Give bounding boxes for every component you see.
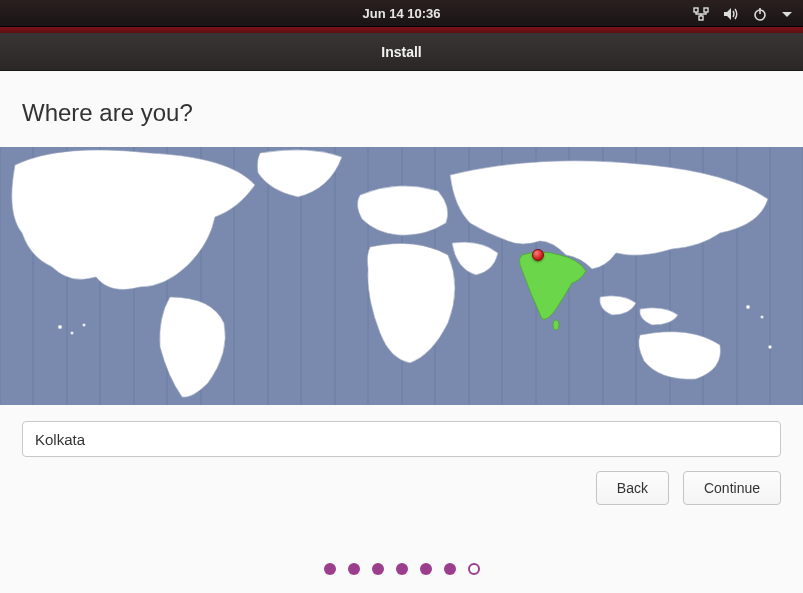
progress-dot xyxy=(420,563,432,575)
power-icon[interactable] xyxy=(753,7,767,21)
svg-point-36 xyxy=(768,345,772,349)
timezone-map[interactable] xyxy=(0,147,803,405)
page-heading: Where are you? xyxy=(0,71,803,147)
progress-dot xyxy=(324,563,336,575)
svg-point-33 xyxy=(83,324,86,327)
system-top-bar: Jun 14 10:36 xyxy=(0,0,803,27)
clock: Jun 14 10:36 xyxy=(362,6,440,21)
progress-dot xyxy=(396,563,408,575)
system-tray xyxy=(693,0,793,27)
svg-rect-2 xyxy=(699,16,703,20)
continue-button[interactable]: Continue xyxy=(683,471,781,505)
timezone-input[interactable] xyxy=(22,421,781,457)
volume-icon[interactable] xyxy=(723,7,739,21)
nav-buttons: Back Continue xyxy=(0,457,803,505)
window-title-bar: Install xyxy=(0,33,803,71)
svg-point-37 xyxy=(553,320,559,330)
installer-content: Where are you? xyxy=(0,71,803,593)
network-icon[interactable] xyxy=(693,7,709,21)
location-pin xyxy=(532,249,544,261)
svg-point-31 xyxy=(58,325,62,329)
progress-dot xyxy=(468,563,480,575)
svg-point-35 xyxy=(761,316,764,319)
svg-rect-0 xyxy=(694,8,698,12)
progress-dot xyxy=(348,563,360,575)
svg-point-32 xyxy=(71,332,74,335)
timezone-field-row xyxy=(0,405,803,457)
svg-rect-1 xyxy=(704,8,708,12)
chevron-down-icon[interactable] xyxy=(781,8,793,20)
svg-point-34 xyxy=(746,305,750,309)
progress-dots xyxy=(0,545,803,593)
window-title: Install xyxy=(381,44,421,60)
back-button[interactable]: Back xyxy=(596,471,669,505)
progress-dot xyxy=(444,563,456,575)
progress-dot xyxy=(372,563,384,575)
